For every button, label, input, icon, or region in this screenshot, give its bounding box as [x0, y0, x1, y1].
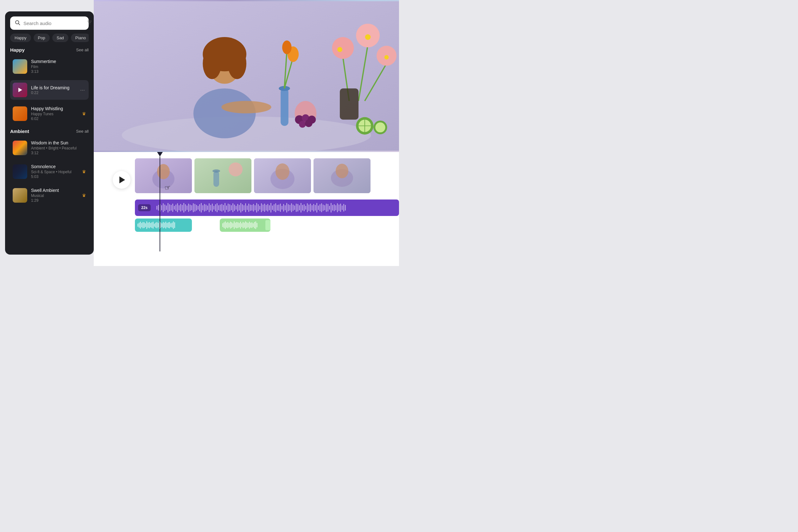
track-info-wisdom: Wisdom in the Sun Ambient • Bright • Pea… [31, 140, 86, 155]
svg-point-24 [365, 34, 371, 40]
thumbnails-strip [135, 158, 399, 196]
svg-rect-44 [194, 158, 251, 193]
track-more-dreaming[interactable]: ··· [79, 86, 86, 95]
waveform-purple [154, 200, 399, 216]
svg-point-50 [276, 164, 289, 180]
track-genre-wisdom: Ambient • Bright • Peaceful [31, 146, 86, 150]
audio-library-panel: Happy Pop Sad Piano Jazz Bi› Happy See a… [5, 12, 94, 254]
track-duration-whistling: 6:02 [31, 116, 78, 121]
svg-point-34 [305, 120, 312, 127]
premium-icon-somnolence: ♛ [82, 169, 86, 174]
track-thumb-swell [13, 188, 27, 203]
svg-point-12 [221, 101, 271, 113]
ambient-section-title: Ambient [10, 129, 29, 134]
search-input[interactable] [23, 21, 83, 26]
track-wisdom[interactable]: Wisdom in the Sun Ambient • Bright • Pea… [10, 138, 89, 158]
track-thumb-dreaming [13, 83, 27, 97]
svg-point-27 [384, 55, 389, 59]
svg-rect-28 [340, 88, 359, 119]
track-handle-green[interactable] [265, 220, 270, 230]
happy-section-title: Happy [10, 47, 25, 53]
audio-track-main[interactable]: 22s [135, 200, 399, 216]
track-info-whistling: Happy Whistling Happy Tunes 6:02 [31, 106, 78, 121]
thumbnail-2 [194, 158, 251, 193]
svg-point-53 [336, 164, 348, 178]
filter-icon[interactable] [87, 20, 93, 26]
svg-point-18 [282, 40, 292, 54]
track-info-swell: Swell Ambient Musical 1:29 [31, 188, 78, 203]
track-swell[interactable]: Swell Ambient Musical 1:29 ♛ [10, 185, 89, 205]
track-duration-dreaming: 0:22 [31, 91, 75, 95]
editor-panel: 22s ☞ [94, 0, 399, 266]
svg-point-40 [375, 122, 385, 132]
track-summertime[interactable]: Summertime Film 3:13 [10, 56, 89, 76]
svg-point-46 [212, 169, 220, 173]
track-genre-summertime: Film [31, 64, 86, 69]
track-info-summertime: Summertime Film 3:13 [31, 59, 86, 74]
track-name-wisdom: Wisdom in the Sun [31, 140, 86, 145]
waveform-green [220, 218, 260, 232]
svg-point-47 [229, 163, 243, 176]
timeline-area: 22s ☞ [94, 152, 399, 266]
track-thumb-somnolence [13, 164, 27, 179]
svg-point-10 [203, 48, 221, 79]
svg-line-1 [18, 23, 20, 25]
play-icon-dreaming [18, 88, 22, 92]
premium-icon-swell: ♛ [82, 193, 86, 198]
track-somnolence[interactable]: Somnolence Sci-fi & Space • Hopeful 5:03… [10, 162, 89, 182]
audio-track-teal[interactable] [135, 218, 192, 232]
search-bar [10, 17, 89, 30]
svg-rect-13 [281, 88, 288, 126]
thumbnail-1 [135, 158, 192, 193]
audio-track-green[interactable] [220, 218, 270, 232]
search-icon [15, 20, 20, 26]
track-name-dreaming: Life is for Dreaming [31, 85, 75, 90]
track-info-somnolence: Somnolence Sci-fi & Space • Hopeful 5:03 [31, 164, 78, 179]
track-dreaming[interactable]: Life is for Dreaming 0:22 ··· [10, 80, 89, 100]
playhead [157, 152, 163, 251]
track-whistling[interactable]: Happy Whistling Happy Tunes 6:02 ♛ [10, 103, 89, 124]
ambient-see-all[interactable]: See all [76, 129, 89, 134]
tag-piano[interactable]: Piano [71, 34, 89, 42]
track-duration-summertime: 3:13 [31, 69, 86, 74]
svg-point-11 [228, 48, 246, 79]
track-genre-whistling: Happy Tunes [31, 112, 78, 116]
tag-pop[interactable]: Pop [34, 34, 50, 42]
track-duration-somnolence: 5:03 [31, 174, 78, 179]
ambient-section-header: Ambient See all [10, 129, 89, 134]
track-genre-swell: Musical [31, 193, 78, 198]
premium-icon-whistling: ♛ [82, 111, 86, 116]
playhead-line [159, 156, 160, 251]
play-overlay-dreaming [13, 83, 27, 97]
thumbnail-3 [254, 158, 311, 193]
video-preview [94, 0, 399, 152]
track-name-whistling: Happy Whistling [31, 106, 78, 111]
track-thumb-summertime [13, 59, 27, 74]
tag-sad[interactable]: Sad [52, 34, 69, 42]
play-icon [119, 176, 125, 183]
track-info-dreaming: Life is for Dreaming 0:22 [31, 85, 75, 95]
track-duration-swell: 1:29 [31, 198, 78, 203]
track-thumb-wisdom [13, 140, 27, 155]
track-genre-somnolence: Sci-fi & Space • Hopeful [31, 170, 78, 174]
track-name-swell: Swell Ambient [31, 188, 78, 193]
track-name-somnolence: Somnolence [31, 164, 78, 169]
waveform-teal [135, 218, 178, 232]
video-scene-svg [94, 0, 399, 152]
bottom-tracks [135, 218, 399, 232]
svg-point-33 [299, 121, 306, 128]
tags-row: Happy Pop Sad Piano Jazz Bi› [10, 34, 89, 42]
happy-see-all[interactable]: See all [76, 48, 89, 52]
svg-point-21 [337, 47, 342, 52]
play-button[interactable] [113, 171, 131, 189]
thumbnail-4 [314, 158, 370, 193]
track-thumb-whistling [13, 107, 27, 121]
tag-happy[interactable]: Happy [10, 34, 31, 42]
svg-point-20 [332, 37, 354, 59]
svg-rect-45 [213, 171, 219, 187]
happy-section-header: Happy See all [10, 47, 89, 53]
playhead-marker [157, 152, 163, 156]
track-name-summertime: Summertime [31, 59, 86, 64]
track-duration-wisdom: 3:12 [31, 151, 86, 155]
audio-badge: 22s [138, 204, 151, 211]
